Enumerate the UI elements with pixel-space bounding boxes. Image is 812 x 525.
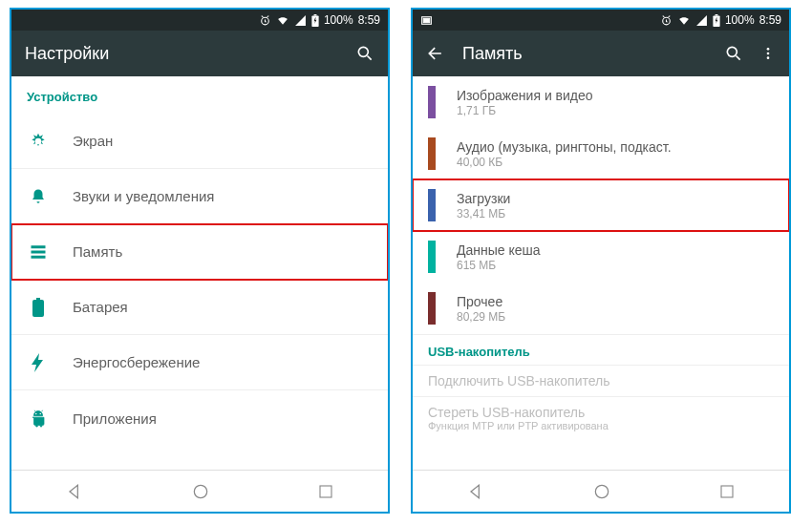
settings-list: Устройство Экран Звуки и уведомления Пам… [11, 76, 388, 470]
svg-point-23 [595, 485, 608, 497]
row-label: Память [73, 243, 122, 260]
usb-label: Подключить USB-накопитель [428, 373, 774, 388]
status-time: 8:59 [358, 13, 380, 27]
row-apps[interactable]: Приложения [11, 390, 388, 446]
phone-left: 100% 8:59 Настройки Устройство Экран Зву… [10, 8, 390, 514]
storage-cache[interactable]: Данные кеша 615 МБ [413, 231, 789, 283]
toolbar: Настройки [11, 31, 388, 76]
color-bar [428, 189, 436, 221]
row-display[interactable]: Экран [11, 114, 388, 169]
bell-icon [27, 188, 50, 205]
bolt-icon [27, 353, 50, 372]
battery-icon [713, 14, 720, 27]
status-bar: 100% 8:59 [413, 10, 789, 31]
android-icon [27, 409, 50, 428]
storage-size: 33,41 МБ [457, 207, 510, 220]
overflow-icon[interactable] [760, 44, 776, 63]
svg-point-4 [35, 137, 42, 144]
svg-point-19 [727, 47, 737, 56]
status-time: 8:59 [759, 13, 781, 27]
storage-audio[interactable]: Аудио (музыка, рингтоны, подкаст. 40,00 … [413, 128, 789, 179]
storage-label: Загрузки [457, 191, 510, 206]
color-bar [428, 137, 436, 170]
battery-pct: 100% [324, 13, 353, 27]
svg-rect-9 [36, 298, 40, 300]
svg-rect-18 [715, 14, 717, 15]
color-bar [428, 86, 436, 118]
wifi-icon [276, 14, 289, 27]
signal-icon [695, 14, 708, 27]
row-label: Экран [73, 133, 113, 149]
signal-icon [294, 14, 307, 27]
navbar [11, 470, 388, 512]
storage-downloads[interactable]: Загрузки 33,41 МБ [413, 179, 789, 231]
row-label: Батарея [73, 299, 128, 315]
storage-images[interactable]: Изображения и видео 1,71 ГБ [413, 76, 789, 128]
battery-icon [27, 298, 50, 317]
storage-size: 1,71 ГБ [457, 104, 593, 117]
row-storage[interactable]: Память [11, 224, 388, 280]
color-bar [428, 241, 436, 273]
nav-home-icon[interactable] [191, 482, 210, 501]
storage-other[interactable]: Прочее 80,29 МБ [413, 283, 789, 335]
alarm-icon [259, 14, 271, 27]
usb-section-header: USB-накопитель [413, 335, 789, 365]
svg-rect-6 [32, 250, 46, 253]
svg-point-20 [767, 48, 770, 51]
svg-rect-8 [32, 300, 44, 317]
alarm-icon [660, 14, 673, 27]
usb-mount[interactable]: Подключить USB-накопитель [413, 366, 789, 396]
usb-label: Стереть USB-накопитель [428, 405, 774, 420]
svg-point-22 [767, 56, 770, 59]
page-title: Память [462, 44, 707, 64]
svg-rect-7 [32, 255, 46, 258]
storage-icon [27, 243, 50, 261]
storage-list: Изображения и видео 1,71 ГБ Аудио (музык… [413, 76, 789, 470]
usb-sublabel: Функция MTP или PTP активирована [428, 420, 774, 431]
svg-point-21 [767, 52, 770, 55]
svg-rect-2 [313, 14, 316, 15]
battery-icon [311, 14, 319, 27]
svg-point-10 [35, 413, 37, 415]
nav-recent-icon[interactable] [317, 483, 334, 500]
back-icon[interactable] [426, 44, 445, 63]
battery-pct: 100% [725, 13, 755, 27]
svg-point-11 [40, 413, 42, 415]
row-label: Энергосбережение [73, 354, 200, 370]
color-bar [428, 292, 436, 325]
nav-back-icon[interactable] [466, 482, 485, 501]
navbar [413, 470, 789, 512]
storage-size: 80,29 МБ [457, 310, 505, 324]
row-label: Звуки и уведомления [73, 188, 214, 204]
usb-erase: Стереть USB-накопитель Функция MTP или P… [413, 397, 789, 439]
wifi-icon [677, 14, 691, 27]
section-header: Устройство [11, 76, 388, 114]
storage-size: 615 МБ [457, 259, 541, 272]
svg-rect-13 [320, 486, 331, 497]
storage-label: Аудио (музыка, рингтоны, подкаст. [457, 139, 672, 155]
status-bar: 100% 8:59 [11, 10, 388, 31]
row-label: Приложения [73, 410, 157, 427]
nav-recent-icon[interactable] [718, 483, 736, 500]
phone-right: 100% 8:59 Память Изображения и видео 1,7… [411, 8, 791, 514]
page-title: Настройки [25, 44, 338, 64]
nav-home-icon[interactable] [592, 482, 611, 501]
storage-label: Данные кеша [457, 242, 541, 258]
svg-rect-5 [32, 245, 46, 248]
toolbar: Память [413, 31, 789, 76]
nav-back-icon[interactable] [65, 482, 84, 501]
svg-rect-15 [423, 18, 430, 22]
row-battery[interactable]: Батарея [11, 280, 388, 335]
screenshot-icon [420, 14, 433, 27]
svg-point-3 [358, 47, 368, 56]
row-powersave[interactable]: Энергосбережение [11, 335, 388, 390]
brightness-icon [27, 132, 50, 151]
search-icon[interactable] [355, 44, 374, 63]
svg-point-12 [194, 485, 206, 497]
storage-label: Изображения и видео [457, 88, 593, 103]
storage-label: Прочее [457, 294, 505, 309]
svg-rect-24 [721, 486, 733, 497]
search-icon[interactable] [724, 44, 743, 63]
row-sound[interactable]: Звуки и уведомления [11, 169, 388, 224]
storage-size: 40,00 КБ [457, 156, 672, 169]
